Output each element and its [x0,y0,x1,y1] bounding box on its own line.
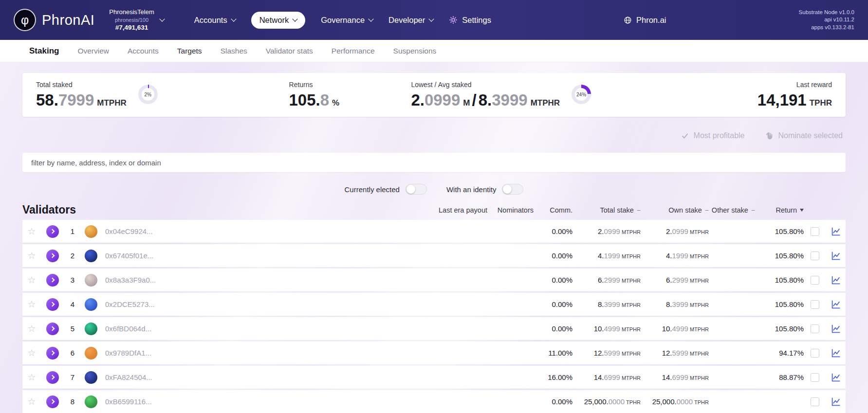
validator-row[interactable]: ☆ 3 0x8a3a3F9a0... 0.00% 6.2999MTPHR 6.2… [22,269,846,291]
favorite-star-icon[interactable]: ☆ [22,347,41,359]
validator-avatar[interactable] [85,371,97,384]
tab-accounts[interactable]: Accounts [128,47,159,55]
select-validator-checkbox[interactable] [804,300,826,309]
summary-card: Total staked 58.7999MTPHR 2% Returns 105… [22,73,846,117]
validator-address[interactable]: 0x6fBD064d... [101,324,424,333]
validator-avatar[interactable] [85,323,97,335]
returns-label: Returns [289,81,340,89]
validator-row[interactable]: ☆ 7 0xFA824504... 16.00% 14.6999MTPHR 14… [22,366,846,389]
tab-overview[interactable]: Overview [77,47,109,55]
col-total-stake[interactable]: Total stake− [573,206,641,214]
summary-last-reward: Last reward 14,191TPHR [757,81,832,108]
tab-targets[interactable]: Targets [177,47,202,55]
validator-address[interactable]: 0x04eC9924... [101,227,424,235]
stats-chart-icon[interactable] [826,226,846,236]
expand-row-button[interactable] [41,298,64,311]
col-other-stake[interactable]: Other stake− [709,206,755,214]
stats-chart-icon[interactable] [826,348,846,358]
favorite-star-icon[interactable]: ☆ [22,372,41,383]
favorite-star-icon[interactable]: ☆ [22,396,41,407]
tab-staking[interactable]: Staking [29,46,59,56]
checkbox-box [811,251,819,260]
validator-row[interactable]: ☆ 4 0x2DCE5273... 0.00% 8.3999MTPHR 8.39… [22,293,846,316]
select-validator-checkbox[interactable] [804,349,826,358]
select-validator-checkbox[interactable] [804,251,826,260]
validator-row[interactable]: ☆ 2 0x67405f01e... 0.00% 4.1999MTPHR 4.1… [22,244,846,267]
stats-chart-icon[interactable] [826,299,846,309]
expand-row-button[interactable] [41,371,64,384]
favorite-star-icon[interactable]: ☆ [22,274,41,286]
table-header: Validators Last era payout Nominators Co… [22,203,846,216]
select-validator-checkbox[interactable] [804,276,826,285]
validator-row[interactable]: ☆ 8 0xB6599116... 0.00% 25,000.0000TPHR … [22,390,846,413]
validator-address[interactable]: 0x2DCE5273... [101,300,424,308]
chain-selector[interactable]: PhronesisTelem phronesis/100 #7,491,631 [109,8,164,32]
nav-accounts[interactable]: Accounts [194,16,236,25]
expand-row-button[interactable] [41,225,64,238]
nav-settings[interactable]: Settings [449,16,491,25]
favorite-star-icon[interactable]: ☆ [22,226,41,237]
favorite-star-icon[interactable]: ☆ [22,299,41,310]
staking-tabs: Staking Overview Accounts Targets Slashe… [0,40,868,62]
validator-row[interactable]: ☆ 6 0x9789DfA1... 11.00% 12.5999MTPHR 12… [22,341,846,364]
currently-elected-toggle[interactable] [406,184,427,195]
expand-row-button[interactable] [41,347,64,359]
validator-avatar[interactable] [85,347,97,359]
stats-chart-icon[interactable] [826,372,846,382]
validator-row[interactable]: ☆ 5 0x6fBD064d... 0.00% 10.4999MTPHR 10.… [22,317,846,340]
expand-row-button[interactable] [41,323,64,335]
toggle-knob [503,185,512,194]
validator-avatar[interactable] [85,298,97,311]
collapse-icon: − [705,206,709,214]
validator-avatar[interactable] [85,274,97,287]
validator-avatar[interactable] [85,395,97,408]
validator-avatar[interactable] [85,225,97,238]
stats-chart-icon[interactable] [826,323,846,334]
validator-rank: 8 [64,397,81,406]
validator-address[interactable]: 0xB6599116... [101,397,424,406]
chevron-right-icon [50,375,55,380]
favorite-star-icon[interactable]: ☆ [22,323,41,334]
api-version: api v10.11.2 [799,16,854,24]
stats-chart-icon[interactable] [826,396,846,407]
chevron-down-icon [368,16,373,21]
nominate-selected-button[interactable]: Nominate selected [766,130,843,141]
chevron-right-icon [50,253,55,258]
expand-row-button[interactable] [41,250,64,262]
col-return[interactable]: Return [755,206,804,214]
nav-developer[interactable]: Developer [388,16,433,25]
select-validator-checkbox[interactable] [804,324,826,333]
favorite-star-icon[interactable]: ☆ [22,250,41,261]
validator-address[interactable]: 0x9789DfA1... [101,349,424,357]
expand-row-button[interactable] [41,274,64,287]
expand-row-button[interactable] [41,395,64,408]
stats-chart-icon[interactable] [826,275,846,285]
col-own-stake[interactable]: Own stake− [641,206,709,214]
stats-chart-icon[interactable] [826,251,846,261]
cell-total-stake: 6.2999MTPHR [573,276,641,284]
cell-total-stake: 2.0999MTPHR [573,227,641,235]
best-block-number: #7,491,631 [109,23,154,32]
with-identity-toggle[interactable] [502,184,523,195]
validator-row[interactable]: ☆ 1 0x04eC9924... 0.00% 2.0999MTPHR 2.09… [22,220,846,243]
validator-avatar[interactable] [85,250,97,262]
filter-input[interactable] [22,153,846,172]
tab-slashes[interactable]: Slashes [221,47,247,55]
brand-name: PhronAI [42,12,94,28]
select-validator-checkbox[interactable] [804,373,826,382]
nav-network[interactable]: Network [251,12,306,29]
tab-suspensions[interactable]: Suspensions [393,47,437,55]
tab-validator-stats[interactable]: Validator stats [266,47,313,55]
validator-address[interactable]: 0x67405f01e... [101,251,424,260]
cell-commission: 0.00% [534,276,573,284]
site-link[interactable]: Phron.ai [624,16,666,25]
most-profitable-button[interactable]: Most profitable [681,130,745,141]
validator-address[interactable]: 0x8a3a3F9a0... [101,276,424,284]
select-validator-checkbox[interactable] [804,227,826,236]
nav-governance[interactable]: Governance [321,16,373,25]
cell-total-stake: 4.1999MTPHR [573,251,641,260]
tab-performance[interactable]: Performance [332,47,375,55]
last-reward-label: Last reward [757,81,832,89]
select-validator-checkbox[interactable] [804,397,826,406]
validator-address[interactable]: 0xFA824504... [101,373,424,381]
